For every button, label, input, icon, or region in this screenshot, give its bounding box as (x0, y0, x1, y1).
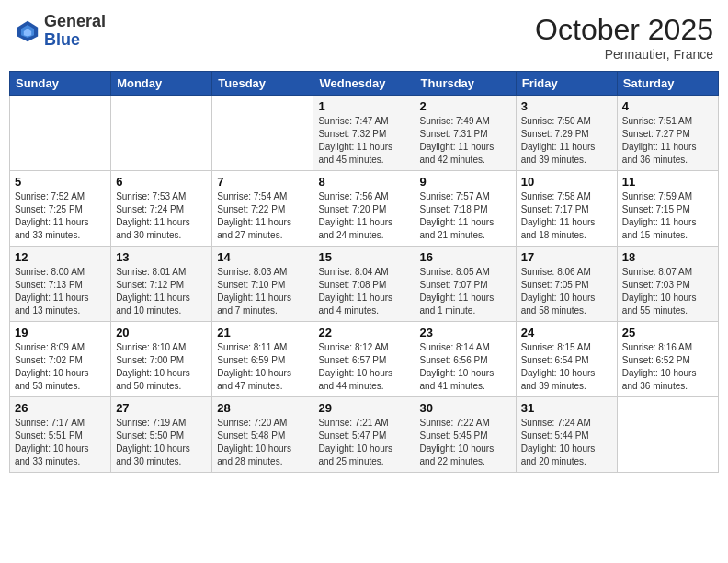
day-number: 23 (420, 326, 511, 339)
day-cell: 31Sunrise: 7:24 AM Sunset: 5:44 PM Dayli… (516, 397, 617, 473)
day-info: Sunrise: 7:52 AM Sunset: 7:25 PM Dayligh… (15, 190, 106, 242)
day-number: 18 (622, 250, 713, 264)
day-info: Sunrise: 7:53 AM Sunset: 7:24 PM Dayligh… (116, 190, 207, 242)
day-header-tuesday: Tuesday (212, 72, 313, 96)
day-cell: 25Sunrise: 8:16 AM Sunset: 6:52 PM Dayli… (617, 322, 718, 397)
day-info: Sunrise: 8:07 AM Sunset: 7:03 PM Dayligh… (622, 266, 713, 317)
day-number: 22 (318, 326, 409, 339)
day-cell: 18Sunrise: 8:07 AM Sunset: 7:03 PM Dayli… (617, 247, 718, 322)
day-info: Sunrise: 7:58 AM Sunset: 7:17 PM Dayligh… (521, 190, 612, 242)
day-number: 16 (420, 250, 511, 264)
day-cell: 28Sunrise: 7:20 AM Sunset: 5:48 PM Dayli… (212, 397, 313, 473)
day-cell (111, 96, 212, 171)
day-cell: 21Sunrise: 8:11 AM Sunset: 6:59 PM Dayli… (212, 322, 313, 397)
day-number: 10 (521, 175, 612, 189)
day-number: 19 (15, 326, 106, 339)
day-info: Sunrise: 7:20 AM Sunset: 5:48 PM Dayligh… (217, 417, 308, 468)
day-info: Sunrise: 7:49 AM Sunset: 7:31 PM Dayligh… (420, 115, 511, 167)
day-cell: 17Sunrise: 8:06 AM Sunset: 7:05 PM Dayli… (516, 247, 617, 322)
day-cell: 30Sunrise: 7:22 AM Sunset: 5:45 PM Dayli… (415, 397, 516, 473)
day-header-friday: Friday (516, 72, 617, 96)
day-number: 29 (318, 401, 409, 415)
day-number: 31 (521, 401, 612, 415)
week-row-5: 26Sunrise: 7:17 AM Sunset: 5:51 PM Dayli… (10, 397, 719, 473)
day-info: Sunrise: 8:04 AM Sunset: 7:08 PM Dayligh… (318, 266, 409, 317)
day-cell: 4Sunrise: 7:51 AM Sunset: 7:27 PM Daylig… (617, 96, 718, 171)
day-header-thursday: Thursday (415, 72, 516, 96)
day-number: 11 (622, 175, 713, 189)
day-cell: 15Sunrise: 8:04 AM Sunset: 7:08 PM Dayli… (313, 247, 415, 322)
logo-text: General Blue (44, 13, 106, 50)
day-info: Sunrise: 7:17 AM Sunset: 5:51 PM Dayligh… (15, 417, 106, 468)
day-number: 30 (420, 401, 511, 415)
day-number: 24 (521, 326, 612, 339)
day-info: Sunrise: 8:12 AM Sunset: 6:57 PM Dayligh… (318, 341, 409, 393)
day-info: Sunrise: 8:03 AM Sunset: 7:10 PM Dayligh… (217, 266, 308, 317)
day-info: Sunrise: 8:06 AM Sunset: 7:05 PM Dayligh… (521, 266, 612, 317)
day-cell (10, 96, 111, 171)
day-info: Sunrise: 7:50 AM Sunset: 7:29 PM Dayligh… (521, 115, 612, 167)
day-cell: 26Sunrise: 7:17 AM Sunset: 5:51 PM Dayli… (10, 397, 111, 473)
day-info: Sunrise: 8:01 AM Sunset: 7:12 PM Dayligh… (116, 266, 207, 317)
week-row-2: 5Sunrise: 7:52 AM Sunset: 7:25 PM Daylig… (10, 171, 719, 247)
day-number: 4 (622, 99, 713, 113)
day-number: 20 (116, 326, 207, 339)
page-header: General Blue October 2025 Pennautier, Fr… (9, 9, 719, 65)
day-info: Sunrise: 8:00 AM Sunset: 7:13 PM Dayligh… (15, 266, 106, 317)
day-cell (617, 397, 718, 473)
day-cell: 12Sunrise: 8:00 AM Sunset: 7:13 PM Dayli… (10, 247, 111, 322)
day-cell: 27Sunrise: 7:19 AM Sunset: 5:50 PM Dayli… (111, 397, 212, 473)
day-cell: 8Sunrise: 7:56 AM Sunset: 7:20 PM Daylig… (313, 171, 415, 247)
day-info: Sunrise: 8:16 AM Sunset: 6:52 PM Dayligh… (622, 341, 713, 393)
day-info: Sunrise: 8:11 AM Sunset: 6:59 PM Dayligh… (217, 341, 308, 393)
day-cell: 14Sunrise: 8:03 AM Sunset: 7:10 PM Dayli… (212, 247, 313, 322)
day-info: Sunrise: 7:47 AM Sunset: 7:32 PM Dayligh… (318, 115, 409, 167)
day-cell: 16Sunrise: 8:05 AM Sunset: 7:07 PM Dayli… (415, 247, 516, 322)
day-info: Sunrise: 8:09 AM Sunset: 7:02 PM Dayligh… (15, 341, 106, 393)
day-info: Sunrise: 7:57 AM Sunset: 7:18 PM Dayligh… (420, 190, 511, 242)
day-cell: 20Sunrise: 8:10 AM Sunset: 7:00 PM Dayli… (111, 322, 212, 397)
day-number: 27 (116, 401, 207, 415)
day-cell: 7Sunrise: 7:54 AM Sunset: 7:22 PM Daylig… (212, 171, 313, 247)
day-info: Sunrise: 8:14 AM Sunset: 6:56 PM Dayligh… (420, 341, 511, 393)
day-number: 7 (217, 175, 308, 189)
day-cell: 29Sunrise: 7:21 AM Sunset: 5:47 PM Dayli… (313, 397, 415, 473)
day-cell: 19Sunrise: 8:09 AM Sunset: 7:02 PM Dayli… (10, 322, 111, 397)
location: Pennautier, France (535, 47, 713, 62)
day-info: Sunrise: 7:22 AM Sunset: 5:45 PM Dayligh… (420, 417, 511, 468)
day-info: Sunrise: 8:15 AM Sunset: 6:54 PM Dayligh… (521, 341, 612, 393)
day-number: 15 (318, 250, 409, 264)
header-row: SundayMondayTuesdayWednesdayThursdayFrid… (10, 72, 719, 96)
day-cell (212, 96, 313, 171)
day-number: 25 (622, 326, 713, 339)
day-number: 5 (15, 175, 106, 189)
day-number: 21 (217, 326, 308, 339)
day-header-sunday: Sunday (10, 72, 111, 96)
day-cell: 22Sunrise: 8:12 AM Sunset: 6:57 PM Dayli… (313, 322, 415, 397)
day-info: Sunrise: 7:19 AM Sunset: 5:50 PM Dayligh… (116, 417, 207, 468)
day-info: Sunrise: 7:54 AM Sunset: 7:22 PM Dayligh… (217, 190, 308, 242)
day-number: 1 (318, 99, 409, 113)
week-row-1: 1Sunrise: 7:47 AM Sunset: 7:32 PM Daylig… (10, 96, 719, 171)
day-cell: 2Sunrise: 7:49 AM Sunset: 7:31 PM Daylig… (415, 96, 516, 171)
week-row-4: 19Sunrise: 8:09 AM Sunset: 7:02 PM Dayli… (10, 322, 719, 397)
day-number: 9 (420, 175, 511, 189)
day-number: 3 (521, 99, 612, 113)
day-info: Sunrise: 7:51 AM Sunset: 7:27 PM Dayligh… (622, 115, 713, 167)
day-cell: 11Sunrise: 7:59 AM Sunset: 7:15 PM Dayli… (617, 171, 718, 247)
logo: General Blue (15, 13, 106, 50)
day-number: 14 (217, 250, 308, 264)
day-number: 28 (217, 401, 308, 415)
day-number: 26 (15, 401, 106, 415)
day-number: 13 (116, 250, 207, 264)
month-title: October 2025 (535, 13, 713, 47)
day-cell: 23Sunrise: 8:14 AM Sunset: 6:56 PM Dayli… (415, 322, 516, 397)
day-cell: 9Sunrise: 7:57 AM Sunset: 7:18 PM Daylig… (415, 171, 516, 247)
day-number: 12 (15, 250, 106, 264)
day-cell: 10Sunrise: 7:58 AM Sunset: 7:17 PM Dayli… (516, 171, 617, 247)
day-info: Sunrise: 7:21 AM Sunset: 5:47 PM Dayligh… (318, 417, 409, 468)
day-info: Sunrise: 7:24 AM Sunset: 5:44 PM Dayligh… (521, 417, 612, 468)
day-cell: 6Sunrise: 7:53 AM Sunset: 7:24 PM Daylig… (111, 171, 212, 247)
day-number: 8 (318, 175, 409, 189)
day-cell: 1Sunrise: 7:47 AM Sunset: 7:32 PM Daylig… (313, 96, 415, 171)
